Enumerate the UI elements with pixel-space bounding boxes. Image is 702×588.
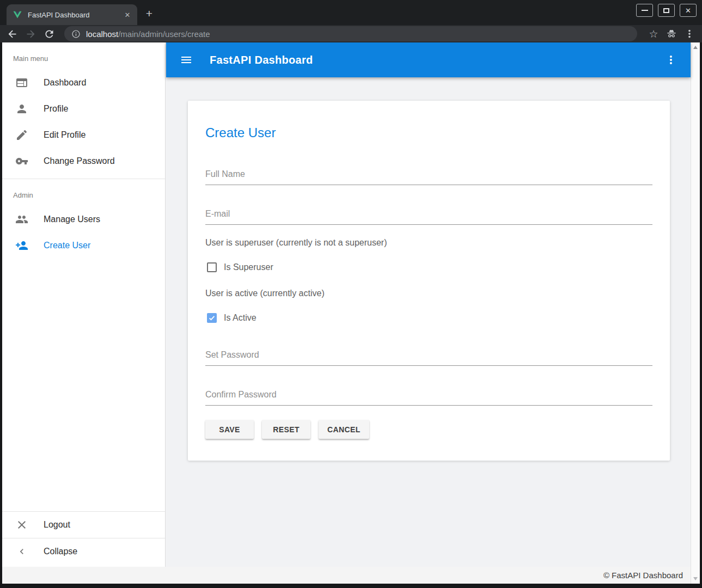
sidebar-item-collapse[interactable]: Collapse: [2, 538, 165, 565]
forward-button[interactable]: [25, 28, 36, 40]
browser-tab[interactable]: FastAPI Dashboard ✕: [7, 4, 137, 25]
checkbox-unchecked-icon[interactable]: [207, 262, 217, 272]
sidebar-bottom: Logout Collapse: [2, 511, 165, 565]
reload-button[interactable]: [44, 28, 55, 40]
active-hint: User is active (currently active): [205, 289, 652, 298]
app-bar-title: FastAPI Dashboard: [210, 54, 313, 66]
create-user-card: Create User User is superuser (currently…: [188, 101, 670, 461]
back-button[interactable]: [7, 28, 18, 40]
email-input[interactable]: [205, 209, 652, 225]
is-active-checkbox[interactable]: Is Active: [207, 313, 652, 323]
sidebar-item-label: Create User: [44, 241, 90, 250]
app-bar: FastAPI Dashboard: [166, 42, 691, 77]
hamburger-menu-icon[interactable]: [180, 53, 193, 66]
sidebar-section-main-menu: Main menu: [2, 42, 165, 70]
window-maximize-button[interactable]: [658, 4, 675, 17]
confirm-password-input[interactable]: [205, 390, 652, 406]
chevron-left-icon: [16, 546, 27, 557]
page-title: Create User: [205, 125, 652, 141]
vertical-scrollbar[interactable]: [691, 42, 700, 584]
sidebar-item-label: Manage Users: [44, 215, 100, 224]
footer: © FastAPI Dashboard: [2, 567, 691, 584]
sidebar-item-change-password[interactable]: Change Password: [2, 148, 165, 174]
browser-menu-icon[interactable]: [683, 28, 695, 40]
dashboard-icon: [15, 76, 28, 89]
sidebar-item-manage-users[interactable]: Manage Users: [2, 206, 165, 232]
sidebar-item-label: Edit Profile: [44, 130, 86, 140]
is-superuser-checkbox[interactable]: Is Superuser: [207, 262, 652, 272]
url-text: localhost/main/admin/users/create: [86, 29, 210, 39]
address-bar[interactable]: localhost/main/admin/users/create: [64, 26, 637, 41]
cancel-button[interactable]: CANCEL: [319, 420, 369, 439]
sidebar-item-label: Profile: [44, 104, 68, 114]
window-minimize-button[interactable]: [636, 4, 653, 17]
is-active-label: Is Active: [224, 313, 257, 323]
sidebar-item-edit-profile[interactable]: Edit Profile: [2, 122, 165, 148]
sidebar-item-label: Logout: [44, 520, 70, 530]
maximize-icon: [663, 8, 669, 13]
key-icon: [15, 155, 28, 168]
people-icon: [15, 213, 28, 226]
sidebar: Main menu Dashboard Profile Edit Profile…: [2, 42, 166, 567]
bookmark-star-icon[interactable]: ☆: [648, 28, 660, 40]
full-name-input[interactable]: [205, 169, 652, 185]
page-info-icon[interactable]: [71, 29, 81, 39]
url-host: localhost: [86, 29, 118, 39]
sidebar-item-create-user[interactable]: Create User: [2, 232, 165, 259]
close-icon: [15, 518, 28, 531]
minimize-icon: [642, 10, 648, 11]
vue-favicon-icon: [13, 10, 22, 20]
content-area: Create User User is superuser (currently…: [166, 77, 691, 567]
form-actions: SAVE RESET CANCEL: [205, 420, 652, 439]
sidebar-section-admin: Admin: [2, 179, 165, 206]
tab-title: FastAPI Dashboard: [28, 11, 122, 19]
superuser-hint: User is superuser (currently is not a su…: [205, 238, 652, 248]
save-button[interactable]: SAVE: [205, 420, 254, 439]
browser-toolbar: localhost/main/admin/users/create ☆: [0, 25, 702, 42]
checkbox-checked-icon[interactable]: [207, 313, 217, 323]
scroll-down-arrow-icon[interactable]: [693, 577, 698, 580]
window-close-button[interactable]: ✕: [680, 4, 697, 17]
reset-button[interactable]: RESET: [262, 420, 310, 439]
is-superuser-label: Is Superuser: [224, 262, 273, 272]
window-controls: ✕: [636, 4, 697, 17]
sidebar-item-dashboard[interactable]: Dashboard: [2, 70, 165, 96]
main-area: FastAPI Dashboard Create User User is su…: [166, 42, 691, 584]
new-tab-button[interactable]: +: [142, 7, 156, 21]
page-viewport: Main menu Dashboard Profile Edit Profile…: [2, 42, 700, 584]
sidebar-item-label: Dashboard: [44, 78, 86, 88]
sidebar-item-label: Collapse: [44, 547, 77, 556]
check-icon: [208, 314, 216, 322]
incognito-icon[interactable]: [666, 28, 677, 40]
browser-tab-strip: FastAPI Dashboard ✕ + ✕: [0, 0, 702, 25]
person-add-icon: [15, 239, 28, 252]
sidebar-item-profile[interactable]: Profile: [2, 96, 165, 122]
app-bar-menu-icon[interactable]: [664, 53, 677, 66]
tab-close-icon[interactable]: ✕: [122, 9, 133, 20]
sidebar-item-logout[interactable]: Logout: [2, 512, 165, 538]
sidebar-item-label: Change Password: [44, 156, 115, 166]
person-icon: [15, 102, 28, 115]
footer-copyright: © FastAPI Dashboard: [603, 571, 683, 580]
set-password-input[interactable]: [205, 350, 652, 366]
scroll-up-arrow-icon[interactable]: [693, 46, 698, 49]
url-path: /main/admin/users/create: [118, 29, 210, 39]
pencil-icon: [15, 128, 28, 142]
